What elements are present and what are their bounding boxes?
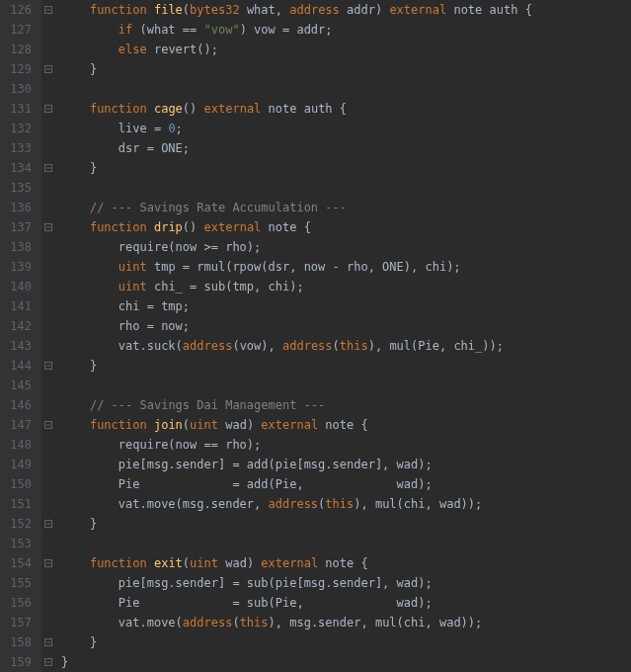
line-number: 158	[0, 632, 32, 652]
code-line[interactable]: require(now == rho);	[61, 435, 631, 455]
fold-toggle-icon[interactable]	[41, 514, 55, 534]
code-line[interactable]	[61, 376, 631, 395]
code-token: chi_ = sub(tmp, chi);	[147, 280, 304, 294]
code-line[interactable]: Pie = sub(Pie, wad);	[61, 593, 631, 613]
code-line[interactable]: vat.move(msg.sender, address(this), mul(…	[61, 494, 631, 514]
code-token	[61, 23, 118, 37]
code-token: ()	[183, 220, 204, 234]
code-line[interactable]: // --- Savings Dai Management ---	[61, 395, 631, 415]
line-number: 130	[0, 79, 32, 99]
line-number: 137	[0, 217, 32, 237]
code-line[interactable]: function cage() external note auth {	[61, 99, 631, 119]
fold-spacer	[41, 336, 55, 356]
code-token	[147, 3, 154, 17]
code-token: wad)	[218, 556, 261, 570]
fold-toggle-icon[interactable]	[41, 553, 55, 573]
code-token: bytes32	[190, 3, 240, 17]
code-line[interactable]	[61, 534, 631, 553]
line-number: 151	[0, 494, 32, 514]
fold-toggle-icon[interactable]	[41, 415, 55, 435]
line-number: 139	[0, 257, 32, 277]
code-token: file	[154, 3, 183, 17]
fold-toggle-icon[interactable]	[41, 158, 55, 178]
code-line[interactable]: function join(uint wad) external note {	[61, 415, 631, 435]
code-line[interactable]: }	[61, 514, 631, 534]
code-line[interactable]: require(now >= rho);	[61, 237, 631, 257]
code-token: this	[340, 339, 368, 353]
code-line[interactable]: }	[61, 632, 631, 652]
code-line[interactable]: Pie = add(Pie, wad);	[61, 474, 631, 494]
code-area[interactable]: function file(bytes32 what, address addr…	[55, 0, 631, 672]
code-token: note {	[318, 418, 368, 432]
line-number: 147	[0, 415, 32, 435]
code-line[interactable]	[61, 178, 631, 198]
code-editor[interactable]: 1261271281291301311321331341351361371381…	[0, 0, 631, 672]
code-token: cage	[154, 102, 183, 116]
code-line[interactable]: pie[msg.sender] = add(pie[msg.sender], w…	[61, 455, 631, 474]
code-token: if	[118, 23, 132, 37]
code-line[interactable]: vat.move(address(this), msg.sender, mul(…	[61, 613, 631, 632]
code-line[interactable]: }	[61, 158, 631, 178]
line-number: 127	[0, 20, 32, 40]
code-line[interactable]: function file(bytes32 what, address addr…	[61, 0, 631, 20]
line-number: 129	[0, 59, 32, 79]
line-number: 148	[0, 435, 32, 455]
code-line[interactable]: live = 0;	[61, 119, 631, 138]
code-line[interactable]: }	[61, 652, 631, 672]
fold-toggle-icon[interactable]	[41, 0, 55, 20]
code-token	[61, 3, 90, 17]
code-line[interactable]: // --- Savings Rate Accumulation ---	[61, 198, 631, 217]
fold-toggle-icon[interactable]	[41, 652, 55, 672]
fold-spacer	[41, 395, 55, 415]
line-number: 141	[0, 296, 32, 316]
fold-spacer	[41, 198, 55, 217]
code-token: "vow"	[204, 23, 240, 37]
line-number: 152	[0, 514, 32, 534]
code-token: ;	[176, 122, 183, 135]
line-number: 144	[0, 356, 32, 376]
fold-toggle-icon[interactable]	[41, 59, 55, 79]
code-line[interactable]: if (what == "vow") vow = addr;	[61, 20, 631, 40]
fold-toggle-icon[interactable]	[41, 356, 55, 376]
code-line[interactable]: pie[msg.sender] = sub(pie[msg.sender], w…	[61, 573, 631, 593]
code-line[interactable]: else revert();	[61, 40, 631, 59]
code-line[interactable]: function exit(uint wad) external note {	[61, 553, 631, 573]
fold-spacer	[41, 40, 55, 59]
line-number: 128	[0, 40, 32, 59]
line-number: 149	[0, 455, 32, 474]
code-token: (	[232, 616, 239, 630]
fold-spacer	[41, 119, 55, 138]
line-number: 154	[0, 553, 32, 573]
code-line[interactable]: vat.suck(address(vow), address(this), mu…	[61, 336, 631, 356]
fold-spacer	[41, 455, 55, 474]
code-line[interactable]	[61, 79, 631, 99]
fold-toggle-icon[interactable]	[41, 632, 55, 652]
code-token: this	[240, 616, 269, 630]
code-token: vat.move(	[61, 616, 183, 630]
code-token: chi = tmp;	[61, 299, 190, 313]
fold-spacer	[41, 79, 55, 99]
line-number: 134	[0, 158, 32, 178]
fold-spacer	[41, 178, 55, 198]
line-number: 132	[0, 119, 32, 138]
code-line[interactable]: dsr = ONE;	[61, 138, 631, 158]
code-line[interactable]: rho = now;	[61, 316, 631, 336]
code-token: address	[289, 3, 340, 17]
fold-spacer	[41, 474, 55, 494]
code-line[interactable]: }	[61, 356, 631, 376]
code-token	[147, 102, 154, 116]
code-line[interactable]: uint tmp = rmul(rpow(dsr, now - rho, ONE…	[61, 257, 631, 277]
code-line[interactable]: function drip() external note {	[61, 217, 631, 237]
fold-toggle-icon[interactable]	[41, 217, 55, 237]
code-token: note {	[261, 220, 311, 234]
code-line[interactable]: chi = tmp;	[61, 296, 631, 316]
fold-toggle-icon[interactable]	[41, 99, 55, 119]
fold-spacer	[41, 593, 55, 613]
code-line[interactable]: }	[61, 59, 631, 79]
line-number: 142	[0, 316, 32, 336]
code-token	[147, 220, 154, 234]
code-token: addr)	[340, 3, 390, 17]
fold-spacer	[41, 534, 55, 553]
code-token: note auth {	[446, 3, 532, 17]
code-line[interactable]: uint chi_ = sub(tmp, chi);	[61, 277, 631, 296]
